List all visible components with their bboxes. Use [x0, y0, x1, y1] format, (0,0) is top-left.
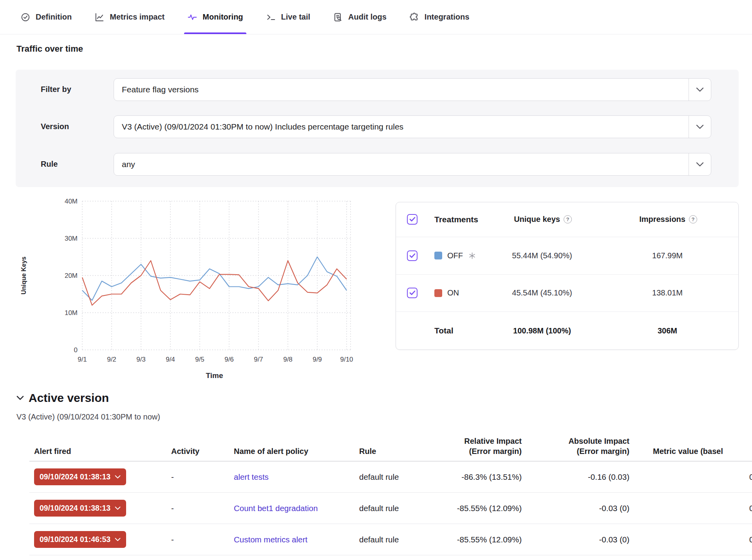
tab-bar: DefinitionMetrics impactMonitoringLive t…: [0, 0, 752, 34]
total-label: Total: [434, 326, 477, 335]
tab-metrics-impact[interactable]: Metrics impact: [94, 0, 164, 34]
treatment-name: ON: [447, 288, 459, 297]
relative-impact-cell: -86.3% (13.51%): [439, 472, 525, 482]
total-unique-keys: 100.98M (100%): [477, 326, 607, 335]
tab-audit-logs[interactable]: Audit logs: [333, 0, 387, 34]
svg-text:9/7: 9/7: [254, 356, 263, 363]
chevron-down-icon[interactable]: [16, 396, 24, 400]
active-version-subtitle: V3 (Active) (09/10/2024 01:30PM to now): [16, 412, 160, 421]
metric-value-cell: 0.03 (: [633, 504, 752, 513]
rule-cell: default rule: [354, 535, 439, 544]
sparkle-icon: [469, 252, 475, 259]
monitoring-page: DefinitionMetrics impactMonitoringLive t…: [0, 0, 752, 560]
column-header: Relative Impact(Error margin): [439, 436, 525, 456]
monitoring-icon: [187, 12, 197, 22]
alert-row: 09/10/2024 01:46:53 - Custom metrics ale…: [29, 524, 752, 555]
alert-fired-badge[interactable]: 09/10/2024 01:38:13: [34, 500, 126, 517]
select-all-checkbox[interactable]: [407, 214, 418, 225]
svg-text:40M: 40M: [65, 198, 78, 205]
alert-fired-badge[interactable]: 09/10/2024 01:46:53: [34, 531, 126, 548]
treatments-total-row: Total 100.98M (100%) 306M: [396, 312, 738, 349]
svg-text:9/4: 9/4: [166, 356, 175, 363]
help-icon[interactable]: ?: [564, 215, 572, 223]
svg-text:9/6: 9/6: [224, 356, 234, 363]
alerts-table-wrap: Alert firedActivityName of alert policyR…: [29, 429, 752, 558]
tab-label: Metrics impact: [110, 13, 164, 22]
unique-keys-column-header: Unique keys?: [478, 215, 607, 224]
filter-by-select[interactable]: Feature flag versions: [114, 78, 711, 101]
svg-text:20M: 20M: [65, 272, 78, 279]
svg-text:9/3: 9/3: [136, 356, 146, 363]
unique-keys-value: 45.54M (45.10%): [477, 288, 607, 297]
live-tail-icon: [266, 12, 276, 22]
chevron-down-icon: [115, 475, 121, 479]
chevron-down-icon: [115, 506, 121, 510]
alert-policy-link[interactable]: Count bet1 degradation: [234, 504, 318, 513]
treatment-color-swatch: [434, 289, 442, 297]
version-select[interactable]: V3 (Active) (09/01/2024 01:30PM to now) …: [114, 115, 711, 138]
total-impressions: 306M: [607, 326, 728, 335]
rule-cell: default rule: [354, 472, 439, 482]
select-value: any: [114, 160, 135, 169]
svg-text:9/10: 9/10: [340, 356, 353, 363]
select-value: Feature flag versions: [114, 85, 199, 94]
svg-text:Unique Keys: Unique Keys: [20, 256, 27, 294]
tab-monitoring[interactable]: Monitoring: [187, 0, 243, 34]
tab-label: Monitoring: [202, 13, 243, 22]
alert-policy-link[interactable]: Custom metrics alert: [234, 535, 307, 544]
activity-cell: -: [166, 504, 229, 513]
svg-text:9/8: 9/8: [283, 356, 293, 363]
treatment-on-checkbox[interactable]: [407, 288, 418, 298]
help-icon[interactable]: ?: [689, 215, 697, 223]
svg-text:10M: 10M: [65, 309, 78, 317]
tab-live-tail[interactable]: Live tail: [266, 0, 310, 34]
chevron-down-icon[interactable]: [689, 87, 711, 92]
traffic-chart-svg: 010M20M30M40M9/19/29/39/49/59/69/79/89/9…: [16, 196, 376, 391]
tab-label: Audit logs: [348, 13, 387, 22]
column-header: Absolute Impact(Error margin): [525, 436, 633, 456]
chevron-down-icon[interactable]: [689, 162, 711, 167]
chevron-down-icon[interactable]: [689, 124, 711, 129]
svg-text:9/1: 9/1: [78, 356, 87, 363]
alert-policy-link[interactable]: alert tests: [234, 472, 269, 481]
traffic-over-time-chart: 010M20M30M40M9/19/29/39/49/59/69/79/89/9…: [16, 196, 376, 391]
absolute-impact-cell: -0.03 (0): [525, 535, 633, 544]
active-version-header[interactable]: Active version: [16, 391, 109, 405]
relative-impact-cell: -85.55% (12.09%): [439, 504, 525, 513]
treatment-name: OFF: [447, 251, 463, 260]
absolute-impact-cell: -0.16 (0.03): [525, 472, 633, 482]
active-version-title: Active version: [29, 391, 109, 405]
svg-text:Time: Time: [206, 371, 223, 380]
column-header: Activity: [166, 446, 229, 456]
filter-panel: Filter byFeature flag versionsVersionV3 …: [16, 70, 739, 187]
rule-select[interactable]: any: [114, 153, 711, 176]
impressions-column-header: Impressions?: [607, 215, 729, 224]
impressions-value: 167.99M: [607, 251, 728, 260]
rule-cell: default rule: [354, 504, 439, 513]
unique-keys-value: 55.44M (54.90%): [477, 251, 607, 260]
alert-row: 09/10/2024 01:38:13 - Count bet1 degrada…: [29, 493, 752, 524]
tab-label: Integrations: [425, 13, 469, 22]
definition-icon: [20, 12, 31, 22]
svg-text:0: 0: [74, 346, 78, 354]
alerts-table: Alert firedActivityName of alert policyR…: [29, 429, 752, 555]
svg-text:9/2: 9/2: [107, 356, 116, 363]
treatment-row-off: OFF 55.44M (54.90%) 167.99M: [396, 237, 738, 274]
absolute-impact-cell: -0.03 (0): [525, 504, 633, 513]
tab-definition[interactable]: Definition: [20, 0, 72, 34]
impressions-value: 138.01M: [607, 288, 728, 297]
metric-value-cell: 0.03 (: [633, 535, 752, 544]
column-header: Metric value (basel: [633, 446, 752, 456]
tab-label: Definition: [36, 13, 72, 22]
filter-label-version: Version: [41, 122, 69, 131]
activity-cell: -: [166, 472, 229, 482]
filter-label-rule: Rule: [41, 160, 58, 169]
section-title: Traffic over time: [16, 44, 83, 54]
alert-fired-timestamp: 09/10/2024 01:38:13: [40, 472, 110, 481]
tab-integrations[interactable]: Integrations: [409, 0, 469, 34]
column-header: Rule: [354, 446, 439, 456]
alert-fired-badge[interactable]: 09/10/2024 01:38:13: [34, 468, 126, 485]
alert-fired-timestamp: 09/10/2024 01:46:53: [40, 535, 110, 544]
treatment-off-checkbox[interactable]: [407, 250, 418, 261]
column-header: Alert fired: [29, 446, 166, 456]
